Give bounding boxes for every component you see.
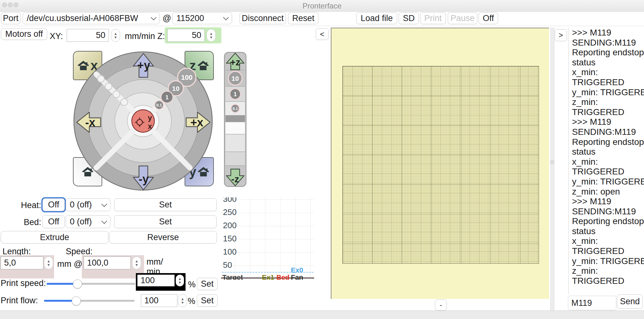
- sd-button[interactable]: SD: [399, 12, 419, 24]
- chevron-down-icon: [151, 14, 156, 20]
- title-bar: Pronterface: [0, 0, 644, 12]
- load-file-button[interactable]: Load file: [356, 12, 397, 24]
- print-flow-input[interactable]: 100: [141, 294, 177, 307]
- svg-text:10: 10: [172, 85, 179, 92]
- disconnect-button[interactable]: Disconnect: [240, 12, 286, 24]
- plus-z-label: +z: [230, 57, 241, 67]
- reset-button[interactable]: Reset: [288, 12, 319, 24]
- splitter-sash[interactable]: [550, 28, 554, 311]
- print-flow-slider-knob[interactable]: [72, 296, 81, 305]
- svg-text:0.1: 0.1: [156, 103, 162, 107]
- jog-step-1[interactable]: 1: [161, 91, 173, 103]
- heater-temp-select[interactable]: 0 (off): [66, 198, 110, 211]
- z-feed-input[interactable]: 50: [167, 29, 205, 42]
- minus-x-label: -x: [85, 116, 95, 129]
- jog-step-0-1[interactable]: 0.1: [155, 101, 164, 109]
- viewport-collapse-button[interactable]: -: [435, 300, 447, 311]
- print-flow-percent: %: [188, 296, 195, 306]
- chevron-down-icon: [223, 14, 229, 20]
- send-button[interactable]: Send: [617, 294, 643, 309]
- print-speed-value-box: 100 ▴▾: [136, 273, 186, 291]
- feed-unit-line1: mm/: [147, 257, 163, 267]
- z-feed-label: mm/min Z:: [125, 31, 165, 41]
- z-feed-stepper[interactable]: ▴▾: [207, 29, 216, 42]
- heater-temp-value: 0 (off): [70, 200, 92, 210]
- extrude-button[interactable]: Extrude: [1, 231, 108, 244]
- print-speed-input[interactable]: 100: [137, 275, 175, 286]
- z-jog-bar[interactable]: +z -z 10 1 0.1: [224, 52, 247, 187]
- bed-off-button[interactable]: Off: [42, 215, 65, 228]
- bed-grid: [342, 66, 539, 264]
- mm-at-label: mm @: [57, 259, 82, 269]
- print-flow-set-button[interactable]: Set: [197, 294, 218, 307]
- port-button[interactable]: Port: [1, 12, 20, 24]
- graph-y-ticks: 30025020015010050: [223, 197, 236, 272]
- console-log[interactable]: >>> M119SENDING:M119Reporting endstopsta…: [568, 28, 644, 294]
- extrude-speed-stepper[interactable]: ▴▾: [132, 256, 141, 269]
- svg-text:100: 100: [181, 74, 193, 81]
- legend-ex1: Ex1: [262, 273, 274, 280]
- heater-off-button[interactable]: Off: [42, 198, 65, 211]
- svg-text:1: 1: [165, 94, 169, 101]
- port-select-value: /dev/cu.usbserial-AH068FBW: [27, 14, 138, 23]
- print-speed-percent: %: [188, 280, 196, 289]
- print-button[interactable]: Print: [420, 12, 446, 24]
- at-label: @: [163, 14, 171, 23]
- heat-label: Heat:: [20, 201, 41, 210]
- reverse-button[interactable]: Reverse: [109, 231, 217, 244]
- minus-y-label: -y: [139, 173, 149, 185]
- print-flow-label: Print flow:: [1, 296, 38, 305]
- plus-y-label: +y: [137, 59, 150, 72]
- chevron-down-icon: [101, 218, 107, 224]
- legend-target: Target: [222, 273, 243, 280]
- go-to-origin-button[interactable]: y x: [132, 110, 154, 132]
- legend-fan: Fan: [291, 273, 303, 280]
- baud-select[interactable]: 115200: [172, 12, 232, 24]
- collapse-left-panel-button[interactable]: <: [316, 28, 329, 40]
- toolbar-divider: [0, 26, 644, 26]
- gcode-command-input[interactable]: [568, 296, 616, 310]
- chevron-down-icon: [101, 201, 107, 207]
- jog-pad: x z y: [72, 50, 214, 192]
- xy-feed-label: XY:: [50, 31, 63, 41]
- status-bar: [0, 311, 644, 319]
- splitter-grip[interactable]: [550, 160, 554, 164]
- print-speed-stepper[interactable]: ▴▾: [176, 275, 184, 286]
- window-title: Pronterface: [0, 2, 644, 10]
- heater-set-button[interactable]: Set: [114, 198, 217, 211]
- xy-feed-stepper[interactable]: ▴▾: [111, 29, 120, 42]
- temperature-graph: 30025020015010050 Ex0 Target Ex1 Bed Fan: [221, 197, 314, 280]
- print-flow-stepper[interactable]: ▴▾: [178, 294, 187, 307]
- print-speed-label: Print speed:: [1, 278, 46, 288]
- svg-text:10: 10: [231, 75, 239, 82]
- z-step-1[interactable]: 1: [230, 89, 241, 99]
- xy-feed-input[interactable]: 50: [67, 29, 109, 42]
- z-step-0-1[interactable]: 0.1: [231, 104, 239, 113]
- z-step-10[interactable]: 10: [228, 71, 242, 85]
- svg-text:0.1: 0.1: [233, 107, 238, 111]
- jog-rings[interactable]: +y -y -x +x 100 10: [72, 50, 214, 192]
- pronterface-window: Pronterface Port /dev/cu.usbserial-AH068…: [0, 0, 644, 319]
- bed-set-button[interactable]: Set: [114, 215, 217, 228]
- pause-button[interactable]: Pause: [448, 12, 477, 24]
- off-button[interactable]: Off: [479, 12, 498, 24]
- legend-bed: Bed: [276, 273, 290, 280]
- bed-temp-select[interactable]: 0 (off): [66, 215, 110, 228]
- motors-off-button[interactable]: Motors off: [1, 28, 47, 40]
- port-select[interactable]: /dev/cu.usbserial-AH068FBW: [23, 12, 160, 24]
- print-speed-slider-knob[interactable]: [73, 279, 82, 289]
- plus-x-label: +x: [190, 116, 203, 129]
- bed-label: Bed:: [20, 217, 41, 227]
- extrude-length-stepper[interactable]: ▴▾: [44, 256, 53, 269]
- baud-select-value: 115200: [176, 14, 204, 23]
- extrude-speed-input[interactable]: 100,0: [84, 256, 131, 269]
- center-x-label: x: [148, 122, 152, 130]
- center-y-label: y: [148, 113, 152, 122]
- collapse-right-panel-button[interactable]: >: [555, 29, 567, 41]
- extrude-length-input[interactable]: 5,0: [1, 256, 43, 269]
- bed-temp-value: 0 (off): [70, 217, 92, 227]
- minus-z-label: -z: [231, 174, 239, 184]
- print-speed-set-button[interactable]: Set: [197, 278, 218, 290]
- print-bed-viewport[interactable]: [331, 28, 549, 299]
- svg-text:1: 1: [234, 91, 237, 97]
